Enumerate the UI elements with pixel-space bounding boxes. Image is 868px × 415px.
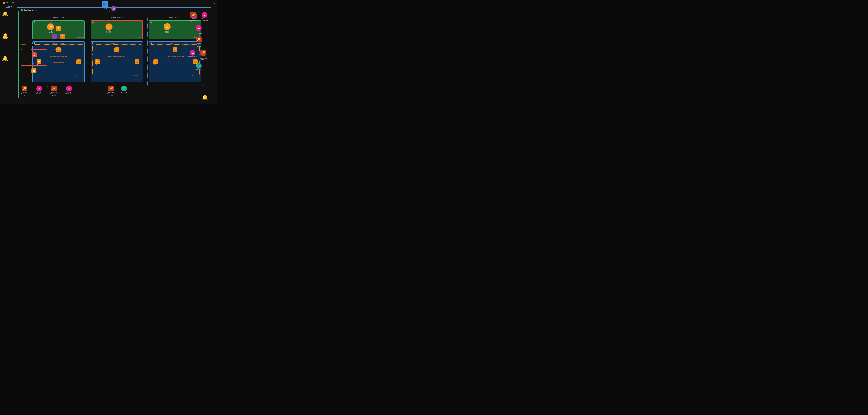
ecr-icon: 📋 [32,68,37,73]
task-label-b: Elastic Container Service Task [108,56,126,57]
cloudwatch-label-right-top: Amazon CloudWatch [199,18,209,21]
kms-label-2: AWS Key Management Service [49,92,59,96]
cloudwatch-label-2: Amazon CloudWatch [64,92,74,95]
right-top-pair: 🔑 AWS Key Management Service ☁ Amazon Cl… [188,12,209,23]
vpc-label: Virtual Private Cloud [20,9,38,11]
s3-icon-mid: 🪣 [121,86,127,91]
diagram-container: 👥 Users 🔔 🔔 🔔 🔔 ⚡ AWS Cloud Region Virtu… [0,0,217,104]
kms-icon-1: 🔑 [22,86,27,91]
subnet-inner-b [93,22,141,37]
s3-icon-right: 🪣 [196,63,202,68]
containers-icon-group-b: 📦 [135,59,139,64]
region-label: Region [8,6,17,8]
kms-icon-right-lower: 🔑 [196,37,202,42]
ecs-icon-group-c: ⚙ ElasticContainerService Task [153,59,159,67]
task-label-a: Elastic Container Service Task [50,56,67,57]
arrow-3: → [60,87,63,90]
ecs-cluster-container: ECS Cluster Container Security Group 🛡 S… [20,46,48,87]
task-box-b: Elastic Container Service Task ⚙ Elastic… [92,57,141,77]
ecs-task-label-b: ElasticContainerService Task [94,64,100,67]
cloudwatch-label-1: Amazon CloudWatch [34,92,44,95]
ecs-cluster-label: ECS Cluster Container [21,44,34,46]
table-icon: ⊟ [60,34,65,38]
internet-gateway: 🔗 Internet gateway [109,6,118,12]
cloudwatch-service-2: ☁ Amazon CloudWatch [64,86,74,95]
sg-icon-inner: 🛡 [32,53,37,57]
arrow-2: → [45,87,48,90]
route-table-label-b: Route table [135,37,142,38]
fargate-launch-icon-c: 📦 [173,48,178,52]
kms-right-bottom: 🔑 AWS Key Management Service [198,50,208,60]
cloudwatch-right-mid: ☁ Amazon CloudWatch [188,25,209,34]
kms-label-right-top: AWS Key Management Service [188,18,198,23]
ecr-bottom-label: ECR registry [56,49,62,50]
s3-label-right: Amazon S3 [195,69,202,70]
cloudwatch-icon-right-mid: ☁ [196,25,202,31]
cloudwatch-icon-1: ☁ [36,86,42,91]
public-subnet-b: 🔒 ⊕ VPC NATGateway Route table [91,20,143,39]
region-icon [8,6,10,8]
fargate-launch-icon-b: 📦 [115,48,119,52]
kms-right-top: 🔑 AWS Key Management Service [188,12,198,23]
private-subnet-b: 🔒 CCS Fargate launch 📦 Elastic Container… [91,41,143,83]
lock-icon-private-a: 🔒 [33,42,35,44]
ecr-label: ECR registry [31,73,38,75]
kms-icon-right-bottom: 🔑 [200,50,206,56]
ecs-icon-c: ⚙ [153,59,158,64]
ecr-registry-group: ⊞ [56,26,61,31]
aws-logo: ⚡ [3,2,5,4]
kms-icon-right-top: 🔑 [190,12,196,18]
aws-cloud-label: ⚡ AWS Cloud [2,2,14,4]
kms-label-mid: AWS Key Management Service [106,92,116,96]
sg-outer-label: Security Group [50,21,59,22]
cloudwatch-label-right-mid: Amazon CloudWatch [194,31,204,34]
igw-label: Internet gateway [109,11,118,12]
vpc-box: Virtual Private Cloud 🔗 Internet gateway… [19,10,208,98]
cloudwatch-service-1: ☁ Amazon CloudWatch [34,86,44,95]
aws-cloud-boundary: ⚡ AWS Cloud Region Virtual Private Cloud… [1,3,215,100]
bottom-services-mid: 🔑 AWS Key Management Service → 🪣 Amazon … [106,86,127,96]
arrow-mid: → [117,87,120,90]
kms-service-mid: 🔑 AWS Key Management Service [106,86,116,96]
kms-icon-2: 🔑 [51,86,57,91]
fargate-launch-label-b: CCS Fargate launch [111,43,123,45]
ecs-icon-b: ⚙ [95,59,100,64]
kms-label-right-bottom: AWS Key Management Service [198,56,208,60]
cloudwatch-icon-2: ☁ [66,86,72,91]
fargate-launch-label-c: CCS Fargate launch [169,43,181,45]
vpc-icon [21,9,23,11]
route-table-label-a: Route table [77,37,84,38]
region-box: Region Virtual Private Cloud 🔗 Internet … [6,7,211,98]
sg-inside-ecs-label: Security Group [22,48,31,50]
kms-label-right-lower: AWS Key Management Service [194,43,204,47]
kms-icon-mid: 🔑 [108,86,114,91]
ecs-icon-group-b: ⚙ ElasticContainerService Task [94,59,100,67]
ecr-icon-group: 📋 ECR registry [31,68,38,75]
az-c-label: Availability Zone C [168,17,182,18]
kms-label-1: AWS Key Management Service [20,92,29,96]
bottom-services-left: 🔑 AWS Key Management Service → ☁ Amazon … [20,86,74,96]
kms-service-1: 🔑 AWS Key Management Service [20,86,29,96]
kms-right-lower: 🔑 AWS Key Management Service [188,37,209,47]
network-icon: ✦ [52,34,57,38]
arrow-1: → [30,87,33,90]
fargate-launch-b: CCS Fargate launch 📦 [92,45,141,55]
containers-icon-b: 📦 [135,59,139,64]
network-icon-group: ✦ [52,34,57,38]
lock-icon-private-c: 🔒 [150,42,152,44]
cloudtrail-icon-right: ☁ [190,50,195,56]
right-bottom-pair: ☁ AWS CloudTrail 🔑 AWS Key Management Se… [188,50,209,60]
az-b-box: Availability Zone B 🔒 ⊕ VPC NATGateway R… [89,18,145,86]
cloudwatch-right-top: ☁ Amazon CloudWatch [199,12,209,21]
ecr-registry-icon: ⊞ [56,26,61,31]
table-icon-group: ⊟ [60,34,65,38]
s3-label-mid: Amazon S3 [121,92,127,93]
cloudtrail-right: ☁ AWS CloudTrail [188,50,197,57]
sg-outer-box: Security Group ⊞ ✦ ⊟ ECR registry [49,22,68,51]
igw-icon: 🔗 [111,6,116,11]
right-services-col: 🔑 AWS Key Management Service ☁ Amazon Cl… [188,12,209,70]
az-a-label: Availability Zone A [52,17,65,18]
cloudtrail-label-right: AWS CloudTrail [188,56,197,57]
s3-right: 🪣 Amazon S3 [188,63,209,70]
cloudwatch-icon-right-top: ☁ [202,12,207,18]
